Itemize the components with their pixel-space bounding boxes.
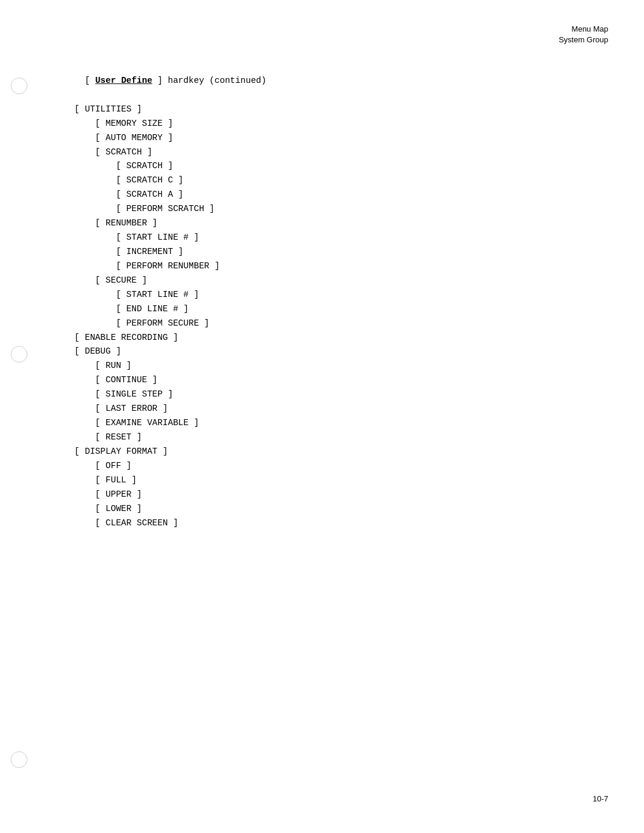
- hole-punch-bottom: [11, 751, 27, 768]
- menu-item: [ START LINE # ]: [54, 231, 608, 245]
- menu-item: [ INCREMENT ]: [54, 245, 608, 259]
- menu-item: [ RESET ]: [54, 431, 608, 445]
- menu-item: [ AUTO MEMORY ]: [54, 131, 608, 145]
- menu-item: [ LOWER ]: [54, 502, 608, 516]
- menu-title: [ User Define ] hardkey (continued): [54, 60, 608, 103]
- menu-item: [ EXAMINE VARIABLE ]: [54, 416, 608, 431]
- menu-item: [ SCRATCH A ]: [54, 188, 608, 202]
- menu-item: [ UPPER ]: [54, 488, 608, 502]
- menu-item: [ DEBUG ]: [54, 345, 608, 359]
- page-container: Menu Map System Group [ User Define ] ha…: [0, 0, 644, 833]
- menu-item: [ PERFORM RENUMBER ]: [54, 259, 608, 274]
- menu-item: [ RUN ]: [54, 359, 608, 373]
- menu-item: [ END LINE # ]: [54, 302, 608, 317]
- menu-item: [ SINGLE STEP ]: [54, 388, 608, 402]
- hole-punch-middle: [11, 346, 27, 363]
- menu-item: [ LAST ERROR ]: [54, 402, 608, 416]
- header-line1: Menu Map: [559, 24, 608, 35]
- menu-item: [ UTILITIES ]: [54, 103, 608, 117]
- menu-item: [ CONTINUE ]: [54, 373, 608, 388]
- menu-item: [ SCRATCH ]: [54, 145, 608, 160]
- menu-item: [ FULL ]: [54, 473, 608, 488]
- title-bracket-open: [: [85, 76, 95, 85]
- menu-item: [ SCRATCH ]: [54, 159, 608, 174]
- menu-item: [ PERFORM SECURE ]: [54, 317, 608, 331]
- title-suffix: ] hardkey (continued): [152, 76, 266, 85]
- menu-item: [ PERFORM SCRATCH ]: [54, 202, 608, 216]
- menu-item: [ START LINE # ]: [54, 288, 608, 302]
- title-bold: User Define: [95, 76, 153, 85]
- page-number: 10-7: [593, 794, 608, 803]
- menu-items-container: [ UTILITIES ] [ MEMORY SIZE ] [ AUTO MEM…: [54, 103, 608, 531]
- menu-item: [ MEMORY SIZE ]: [54, 117, 608, 131]
- page-header: Menu Map System Group: [559, 24, 608, 45]
- menu-content: [ User Define ] hardkey (continued) [ UT…: [36, 60, 608, 530]
- menu-item: [ SCRATCH C ]: [54, 174, 608, 188]
- menu-item: [ RENUMBER ]: [54, 216, 608, 231]
- page-footer: 10-7: [593, 794, 608, 803]
- menu-item: [ OFF ]: [54, 459, 608, 473]
- menu-item: [ DISPLAY FORMAT ]: [54, 445, 608, 459]
- menu-item: [ ENABLE RECORDING ]: [54, 331, 608, 345]
- header-line2: System Group: [559, 35, 608, 45]
- menu-item: [ CLEAR SCREEN ]: [54, 516, 608, 531]
- menu-item: [ SECURE ]: [54, 274, 608, 288]
- hole-punch-top: [11, 78, 27, 94]
